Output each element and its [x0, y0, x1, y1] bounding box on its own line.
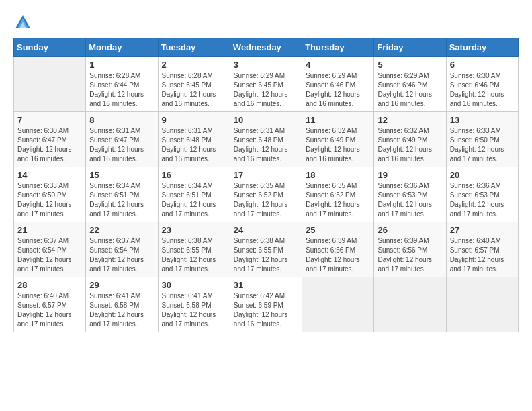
calendar-cell: 18Sunrise: 6:35 AMSunset: 6:52 PMDayligh… [302, 167, 374, 222]
day-info: Sunrise: 6:34 AMSunset: 6:51 PMDaylight:… [162, 181, 226, 219]
header-day-friday: Friday [374, 38, 446, 57]
day-info: Sunrise: 6:42 AMSunset: 6:59 PMDaylight:… [234, 291, 298, 329]
calendar-cell: 8Sunrise: 6:31 AMSunset: 6:47 PMDaylight… [86, 112, 158, 167]
day-number: 5 [378, 60, 442, 70]
day-info: Sunrise: 6:29 AMSunset: 6:46 PMDaylight:… [378, 71, 442, 109]
day-info: Sunrise: 6:33 AMSunset: 6:50 PMDaylight:… [450, 126, 515, 164]
calendar-cell: 1Sunrise: 6:28 AMSunset: 6:44 PMDaylight… [86, 57, 158, 112]
header-day-thursday: Thursday [302, 38, 374, 57]
calendar-cell: 5Sunrise: 6:29 AMSunset: 6:46 PMDaylight… [374, 57, 446, 112]
day-number: 14 [17, 170, 82, 180]
day-number: 19 [378, 170, 442, 180]
day-info: Sunrise: 6:29 AMSunset: 6:46 PMDaylight:… [306, 71, 370, 109]
day-number: 4 [306, 60, 370, 70]
calendar-cell: 27Sunrise: 6:40 AMSunset: 6:57 PMDayligh… [446, 222, 518, 277]
day-number: 12 [378, 115, 442, 125]
calendar-week-row: 14Sunrise: 6:33 AMSunset: 6:50 PMDayligh… [14, 167, 519, 222]
day-info: Sunrise: 6:41 AMSunset: 6:58 PMDaylight:… [162, 291, 226, 329]
header-day-tuesday: Tuesday [158, 38, 230, 57]
calendar-cell: 20Sunrise: 6:36 AMSunset: 6:53 PMDayligh… [446, 167, 518, 222]
calendar-cell: 10Sunrise: 6:31 AMSunset: 6:48 PMDayligh… [230, 112, 302, 167]
day-number: 24 [234, 225, 298, 235]
day-number: 15 [89, 170, 154, 180]
calendar-cell: 28Sunrise: 6:40 AMSunset: 6:57 PMDayligh… [14, 277, 86, 332]
calendar-table: SundayMondayTuesdayWednesdayThursdayFrid… [13, 38, 519, 332]
day-info: Sunrise: 6:37 AMSunset: 6:54 PMDaylight:… [17, 236, 82, 274]
calendar-week-row: 7Sunrise: 6:30 AMSunset: 6:47 PMDaylight… [14, 112, 519, 167]
calendar-cell: 2Sunrise: 6:28 AMSunset: 6:45 PMDaylight… [158, 57, 230, 112]
calendar-cell: 16Sunrise: 6:34 AMSunset: 6:51 PMDayligh… [158, 167, 230, 222]
calendar-cell: 24Sunrise: 6:38 AMSunset: 6:55 PMDayligh… [230, 222, 302, 277]
day-info: Sunrise: 6:41 AMSunset: 6:58 PMDaylight:… [89, 291, 154, 329]
calendar-cell: 25Sunrise: 6:39 AMSunset: 6:56 PMDayligh… [302, 222, 374, 277]
day-number: 6 [450, 60, 515, 70]
day-number: 3 [234, 60, 298, 70]
day-info: Sunrise: 6:33 AMSunset: 6:50 PMDaylight:… [17, 181, 82, 219]
day-info: Sunrise: 6:34 AMSunset: 6:51 PMDaylight:… [89, 181, 154, 219]
calendar-week-row: 28Sunrise: 6:40 AMSunset: 6:57 PMDayligh… [14, 277, 519, 332]
day-number: 20 [450, 170, 515, 180]
calendar-cell: 26Sunrise: 6:39 AMSunset: 6:56 PMDayligh… [374, 222, 446, 277]
day-number: 22 [89, 225, 154, 235]
header-day-monday: Monday [86, 38, 158, 57]
calendar-cell: 13Sunrise: 6:33 AMSunset: 6:50 PMDayligh… [446, 112, 518, 167]
page-header [13, 13, 519, 32]
calendar-cell [446, 277, 518, 332]
day-info: Sunrise: 6:32 AMSunset: 6:49 PMDaylight:… [378, 126, 442, 164]
calendar-cell: 17Sunrise: 6:35 AMSunset: 6:52 PMDayligh… [230, 167, 302, 222]
calendar-cell: 7Sunrise: 6:30 AMSunset: 6:47 PMDaylight… [14, 112, 86, 167]
day-info: Sunrise: 6:28 AMSunset: 6:44 PMDaylight:… [89, 71, 154, 109]
calendar-cell: 29Sunrise: 6:41 AMSunset: 6:58 PMDayligh… [86, 277, 158, 332]
calendar-cell: 22Sunrise: 6:37 AMSunset: 6:54 PMDayligh… [86, 222, 158, 277]
header-day-sunday: Sunday [14, 38, 86, 57]
day-number: 9 [162, 115, 226, 125]
calendar-cell [14, 57, 86, 112]
calendar-cell: 15Sunrise: 6:34 AMSunset: 6:51 PMDayligh… [86, 167, 158, 222]
day-number: 29 [89, 280, 154, 290]
day-number: 2 [162, 60, 226, 70]
day-info: Sunrise: 6:38 AMSunset: 6:55 PMDaylight:… [162, 236, 226, 274]
day-number: 27 [450, 225, 515, 235]
calendar-cell: 3Sunrise: 6:29 AMSunset: 6:45 PMDaylight… [230, 57, 302, 112]
day-number: 11 [306, 115, 370, 125]
calendar-cell [302, 277, 374, 332]
day-info: Sunrise: 6:28 AMSunset: 6:45 PMDaylight:… [162, 71, 226, 109]
day-number: 8 [89, 115, 154, 125]
logo [13, 13, 35, 32]
day-number: 26 [378, 225, 442, 235]
calendar-cell: 11Sunrise: 6:32 AMSunset: 6:49 PMDayligh… [302, 112, 374, 167]
day-info: Sunrise: 6:39 AMSunset: 6:56 PMDaylight:… [378, 236, 442, 274]
day-number: 17 [234, 170, 298, 180]
day-info: Sunrise: 6:31 AMSunset: 6:48 PMDaylight:… [234, 126, 298, 164]
calendar-cell: 23Sunrise: 6:38 AMSunset: 6:55 PMDayligh… [158, 222, 230, 277]
day-number: 28 [17, 280, 82, 290]
day-number: 1 [89, 60, 154, 70]
day-number: 25 [306, 225, 370, 235]
day-info: Sunrise: 6:40 AMSunset: 6:57 PMDaylight:… [450, 236, 515, 274]
day-info: Sunrise: 6:35 AMSunset: 6:52 PMDaylight:… [234, 181, 298, 219]
calendar-cell: 9Sunrise: 6:31 AMSunset: 6:48 PMDaylight… [158, 112, 230, 167]
header-day-saturday: Saturday [446, 38, 518, 57]
day-number: 31 [234, 280, 298, 290]
calendar-cell: 14Sunrise: 6:33 AMSunset: 6:50 PMDayligh… [14, 167, 86, 222]
calendar-cell: 19Sunrise: 6:36 AMSunset: 6:53 PMDayligh… [374, 167, 446, 222]
day-number: 23 [162, 225, 226, 235]
calendar-week-row: 1Sunrise: 6:28 AMSunset: 6:44 PMDaylight… [14, 57, 519, 112]
calendar-cell: 30Sunrise: 6:41 AMSunset: 6:58 PMDayligh… [158, 277, 230, 332]
day-info: Sunrise: 6:32 AMSunset: 6:49 PMDaylight:… [306, 126, 370, 164]
calendar-cell: 12Sunrise: 6:32 AMSunset: 6:49 PMDayligh… [374, 112, 446, 167]
day-info: Sunrise: 6:36 AMSunset: 6:53 PMDaylight:… [450, 181, 515, 219]
calendar-cell: 31Sunrise: 6:42 AMSunset: 6:59 PMDayligh… [230, 277, 302, 332]
day-info: Sunrise: 6:30 AMSunset: 6:47 PMDaylight:… [17, 126, 82, 164]
day-number: 30 [162, 280, 226, 290]
day-number: 21 [17, 225, 82, 235]
calendar-cell [374, 277, 446, 332]
day-info: Sunrise: 6:39 AMSunset: 6:56 PMDaylight:… [306, 236, 370, 274]
day-info: Sunrise: 6:38 AMSunset: 6:55 PMDaylight:… [234, 236, 298, 274]
day-info: Sunrise: 6:35 AMSunset: 6:52 PMDaylight:… [306, 181, 370, 219]
day-number: 13 [450, 115, 515, 125]
header-day-wednesday: Wednesday [230, 38, 302, 57]
logo-icon [13, 13, 32, 32]
day-number: 16 [162, 170, 226, 180]
calendar-week-row: 21Sunrise: 6:37 AMSunset: 6:54 PMDayligh… [14, 222, 519, 277]
